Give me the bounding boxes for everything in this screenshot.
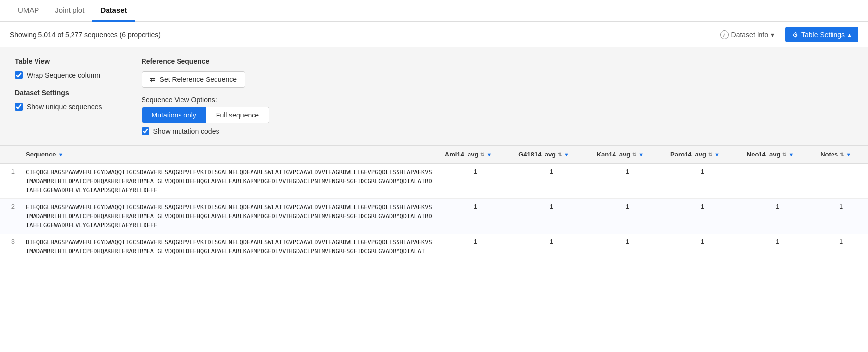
kan14_avg-cell: 1 — [591, 163, 664, 199]
sequence-cell: EIEQDGLHAGSPAAWVERLFGYDWAQQTIGCSDAAVFRLS… — [20, 199, 439, 234]
dataset-settings-section: Dataset Settings Show unique sequences — [15, 89, 102, 111]
sequence-view-section: Sequence View Options: Mutations only Fu… — [142, 96, 269, 135]
g41814avg-col-label: G41814_avg — [518, 151, 556, 158]
kan14avg-filter-icon[interactable]: ▼ — [638, 152, 644, 157]
col-header-ami14avg: Ami14_avg ⇅ ▼ — [439, 146, 512, 163]
kan14_avg-cell: 1 — [591, 234, 664, 260]
header-actions: i Dataset Info ▾ ⚙ Table Settings ▴ — [715, 27, 858, 42]
tab-joint-plot[interactable]: Joint plot — [47, 0, 92, 22]
reference-sequence-title: Reference Sequence — [142, 57, 269, 65]
neo14_avg-cell — [741, 163, 814, 199]
col-header-rownum — [0, 146, 20, 163]
table-row: 2EIEQDGLHAGSPAAWVERLFGYDWAQQTIGCSDAAVFRL… — [0, 199, 868, 234]
chevron-down-icon: ▾ — [771, 31, 774, 39]
ref-seq-btn-label: Set Reference Sequence — [160, 76, 237, 83]
notes-cell — [814, 163, 868, 199]
sequence-view-label: Sequence View Options: — [142, 96, 269, 104]
tab-dataset[interactable]: Dataset — [92, 0, 135, 22]
g41814_avg-cell: 1 — [512, 234, 590, 260]
g41814avg-sort-icon[interactable]: ⇅ — [558, 152, 562, 157]
table-settings-button[interactable]: ⚙ Table Settings ▴ — [785, 27, 858, 42]
kan14avg-sort-icon[interactable]: ⇅ — [632, 152, 636, 157]
info-icon: i — [720, 30, 729, 39]
neo14_avg-cell: 1 — [741, 199, 814, 234]
sequence-cell: DIEQDGLHAGSPAAWVERLFGYDWAQQTIGCSDAAVFRLS… — [20, 234, 439, 260]
table-settings-label: Table Settings — [801, 31, 845, 39]
tab-umap[interactable]: UMAP — [10, 0, 47, 22]
show-mutation-codes-checkbox[interactable] — [142, 127, 149, 135]
notes-cell: 1 — [814, 199, 868, 234]
sequence-view-toggle-group: Mutations only Full sequence — [142, 107, 269, 123]
data-table-wrap: Sequence ▼ Ami14_avg ⇅ ▼ G41814_avg ⇅ — [0, 146, 868, 260]
table-row: 3DIEQDGLHAGSPAAWVERLFGYDWAQQTIGCSDAAVFRL… — [0, 234, 868, 260]
table-view-section: Table View Wrap Sequence column — [15, 57, 102, 79]
tab-bar: UMAP Joint plot Dataset — [0, 0, 868, 22]
col-header-sequence: Sequence ▼ — [20, 146, 439, 163]
col-header-notes: Notes ⇅ ▼ — [814, 146, 868, 163]
gear-icon: ⚙ — [792, 31, 798, 39]
ami14_avg-cell: 1 — [439, 163, 512, 199]
paro14avg-col-label: Paro14_avg — [670, 151, 706, 158]
paro14_avg-cell: 1 — [664, 199, 741, 234]
show-unique-label: Show unique sequences — [27, 103, 102, 111]
neo14avg-filter-icon[interactable]: ▼ — [788, 152, 794, 157]
arrows-icon: ⇄ — [150, 76, 156, 83]
dataset-settings-title: Dataset Settings — [15, 89, 102, 97]
notes-cell: 1 — [814, 234, 868, 260]
row-number: 2 — [0, 199, 20, 234]
sequence-col-label: Sequence — [26, 151, 56, 158]
kan14avg-col-label: Kan14_avg — [597, 151, 631, 158]
col-header-kan14avg: Kan14_avg ⇅ ▼ — [591, 146, 664, 163]
set-reference-sequence-button[interactable]: ⇄ Set Reference Sequence — [142, 71, 245, 88]
notes-col-label: Notes — [820, 151, 838, 158]
wrap-sequence-row[interactable]: Wrap Sequence column — [15, 71, 102, 79]
neo14avg-col-label: Neo14_avg — [747, 151, 781, 158]
showing-text: Showing 5,014 of 5,277 sequences (6 prop… — [10, 31, 161, 39]
ami14avg-filter-icon[interactable]: ▼ — [486, 152, 492, 157]
sequence-cell: CIEQDGLHAGSPAAWVERLFGYDWAQQTIGCSDAAVFRLS… — [20, 163, 439, 199]
paro14_avg-cell: 1 — [664, 234, 741, 260]
show-mutation-codes-label: Show mutation codes — [153, 127, 219, 135]
ami14_avg-cell: 1 — [439, 234, 512, 260]
col-header-paro14avg: Paro14_avg ⇅ ▼ — [664, 146, 741, 163]
table-view-title: Table View — [15, 57, 102, 65]
notes-filter-icon[interactable]: ▼ — [846, 152, 851, 157]
neo14_avg-cell: 1 — [741, 234, 814, 260]
col-header-g41814avg: G41814_avg ⇅ ▼ — [512, 146, 590, 163]
row-number: 1 — [0, 163, 20, 199]
chevron-up-icon: ▴ — [848, 31, 851, 39]
mutations-only-button[interactable]: Mutations only — [142, 107, 206, 123]
show-mutation-codes-row[interactable]: Show mutation codes — [142, 127, 269, 135]
paro14avg-sort-icon[interactable]: ⇅ — [708, 152, 712, 157]
dataset-info-button[interactable]: i Dataset Info ▾ — [715, 27, 780, 42]
data-table: Sequence ▼ Ami14_avg ⇅ ▼ G41814_avg ⇅ — [0, 146, 868, 260]
dataset-info-label: Dataset Info — [731, 31, 769, 39]
ami14avg-sort-icon[interactable]: ⇅ — [480, 152, 484, 157]
g41814avg-filter-icon[interactable]: ▼ — [564, 152, 569, 157]
row-number: 3 — [0, 234, 20, 260]
show-unique-checkbox[interactable] — [15, 103, 23, 111]
ami14_avg-cell: 1 — [439, 199, 512, 234]
g41814_avg-cell: 1 — [512, 199, 590, 234]
header-bar: Showing 5,014 of 5,277 sequences (6 prop… — [0, 22, 868, 47]
table-header-row: Sequence ▼ Ami14_avg ⇅ ▼ G41814_avg ⇅ — [0, 146, 868, 163]
reference-sequence-section: Reference Sequence ⇄ Set Reference Seque… — [142, 57, 269, 88]
paro14_avg-cell: 1 — [664, 163, 741, 199]
sequence-filter-icon[interactable]: ▼ — [58, 152, 63, 157]
col-header-neo14avg: Neo14_avg ⇅ ▼ — [741, 146, 814, 163]
kan14_avg-cell: 1 — [591, 199, 664, 234]
g41814_avg-cell: 1 — [512, 163, 590, 199]
full-sequence-button[interactable]: Full sequence — [206, 107, 269, 123]
paro14avg-filter-icon[interactable]: ▼ — [714, 152, 720, 157]
notes-sort-icon[interactable]: ⇅ — [840, 152, 844, 157]
table-row: 1CIEQDGLHAGSPAAWVERLFGYDWAQQTIGCSDAAVFRL… — [0, 163, 868, 199]
wrap-sequence-checkbox[interactable] — [15, 71, 23, 79]
show-unique-row[interactable]: Show unique sequences — [15, 103, 102, 111]
left-settings: Table View Wrap Sequence column Dataset … — [15, 57, 102, 135]
right-settings: Reference Sequence ⇄ Set Reference Seque… — [142, 57, 269, 135]
wrap-sequence-label: Wrap Sequence column — [27, 71, 100, 79]
neo14avg-sort-icon[interactable]: ⇅ — [782, 152, 786, 157]
settings-panel: Table View Wrap Sequence column Dataset … — [0, 47, 868, 146]
ami14avg-col-label: Ami14_avg — [445, 151, 479, 158]
